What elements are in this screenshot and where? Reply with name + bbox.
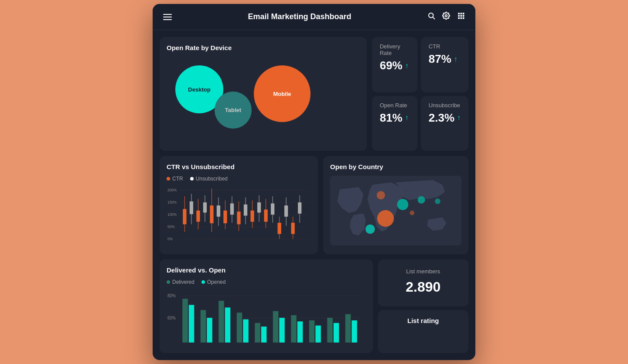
svg-rect-4 xyxy=(461,13,462,14)
svg-rect-80 xyxy=(273,311,278,343)
ctr-value: 87% ↑ xyxy=(429,52,461,66)
svg-rect-71 xyxy=(189,305,194,342)
unsubscribe-arrow: ↑ xyxy=(457,114,461,122)
svg-rect-37 xyxy=(230,204,234,215)
ctr-chart-card: CTR vs Unsubscribed CTR Unsubscribed 200… xyxy=(160,156,318,254)
settings-icon[interactable] xyxy=(442,12,450,22)
row2: CTR vs Unsubscribed CTR Unsubscribed 200… xyxy=(160,156,468,254)
unsub-legend-item: Unsubscribed xyxy=(190,176,228,182)
svg-rect-89 xyxy=(352,320,357,343)
svg-rect-33 xyxy=(217,205,220,217)
ctr-label: CTR xyxy=(429,43,461,50)
bubble-chart: Desktop Tablet Mobile xyxy=(167,57,360,144)
delivered-label: Delivered xyxy=(172,279,195,285)
svg-rect-43 xyxy=(250,211,254,222)
row3: Delivered vs. Open Delivered Opened 80% xyxy=(160,259,468,353)
open-rate-card: Open Rate by Device Desktop Tablet Mobil… xyxy=(160,37,367,151)
svg-point-65 xyxy=(410,211,415,215)
bar-chart-svg: 80% 60% xyxy=(167,289,366,346)
svg-rect-29 xyxy=(203,202,207,212)
svg-rect-77 xyxy=(243,320,248,343)
svg-rect-39 xyxy=(237,211,240,224)
list-rating-card: List rating xyxy=(378,310,469,354)
open-rate-stat-card: Open Rate 81% ↑ xyxy=(372,96,417,151)
grid-icon[interactable] xyxy=(457,12,465,22)
svg-text:100%: 100% xyxy=(167,212,177,217)
svg-rect-41 xyxy=(244,204,247,216)
candlestick-chart: 200% 150% 100% 50% 0% xyxy=(167,186,311,247)
svg-rect-8 xyxy=(463,15,464,17)
delivered-legend: Delivered Opened xyxy=(167,279,366,285)
svg-text:200%: 200% xyxy=(167,187,177,192)
unsubscribe-card: Unsubscribe 2.3% ↑ xyxy=(421,96,468,151)
svg-rect-7 xyxy=(461,15,462,17)
svg-rect-78 xyxy=(255,323,260,343)
svg-text:0%: 0% xyxy=(167,236,173,241)
list-members-card: List members 2.890 xyxy=(378,259,469,306)
svg-rect-84 xyxy=(309,320,314,343)
svg-rect-5 xyxy=(463,13,464,14)
svg-point-59 xyxy=(377,210,394,227)
map-container xyxy=(330,176,461,245)
row1: Open Rate by Device Desktop Tablet Mobil… xyxy=(160,37,468,151)
search-icon[interactable] xyxy=(427,12,435,22)
delivered-legend-dot xyxy=(167,280,170,284)
svg-point-62 xyxy=(377,191,385,199)
tablet-bubble: Tablet xyxy=(215,92,252,129)
header-title: Email Marketing Dashboard xyxy=(172,12,427,21)
open-rate-value: 81% ↑ xyxy=(380,111,410,125)
svg-point-61 xyxy=(418,196,425,204)
svg-point-63 xyxy=(365,225,375,234)
svg-point-60 xyxy=(397,199,409,210)
country-title: Open by Country xyxy=(330,163,461,170)
list-rating-label: List rating xyxy=(384,317,463,324)
list-stats: List members 2.890 List rating xyxy=(378,259,469,353)
unsub-legend-label: Unsubscribed xyxy=(196,176,228,182)
svg-point-2 xyxy=(445,15,447,17)
delivery-rate-label: Delivery Rate xyxy=(380,43,410,56)
svg-rect-57 xyxy=(298,202,301,214)
dashboard-container: Email Marketing Dashboard xyxy=(153,4,475,360)
unsubscribe-value: 2.3% ↑ xyxy=(429,111,461,125)
delivered-title: Delivered vs. Open xyxy=(167,266,366,274)
map-svg xyxy=(330,176,461,245)
svg-rect-51 xyxy=(277,223,281,234)
delivery-rate-card: Delivery Rate 69% ↑ xyxy=(372,37,417,92)
svg-text:150%: 150% xyxy=(167,200,177,204)
svg-rect-9 xyxy=(458,17,460,19)
svg-rect-79 xyxy=(261,327,266,343)
svg-rect-11 xyxy=(463,17,464,19)
svg-rect-27 xyxy=(196,211,200,222)
svg-rect-74 xyxy=(218,301,224,343)
svg-rect-3 xyxy=(458,13,460,14)
svg-line-1 xyxy=(433,17,434,19)
menu-icon[interactable] xyxy=(163,14,172,20)
stats-grid: Delivery Rate 69% ↑ CTR 87% ↑ xyxy=(372,37,468,151)
svg-rect-75 xyxy=(225,307,230,342)
open-rate-title: Open Rate by Device xyxy=(167,44,360,51)
open-rate-arrow: ↑ xyxy=(405,114,409,122)
stats-right: Delivery Rate 69% ↑ CTR 87% ↑ xyxy=(372,37,468,151)
ctr-arrow: ↑ xyxy=(454,55,457,63)
svg-rect-31 xyxy=(210,205,213,223)
svg-rect-70 xyxy=(182,299,188,342)
svg-rect-35 xyxy=(223,211,227,223)
svg-rect-72 xyxy=(201,310,206,342)
unsubscribe-label: Unsubscribe xyxy=(429,102,461,109)
svg-rect-82 xyxy=(291,315,296,343)
ctr-legend: CTR Unsubscribed xyxy=(167,176,311,182)
delivered-card: Delivered vs. Open Delivered Opened 80% xyxy=(160,259,373,353)
delivery-rate-value: 69% ↑ xyxy=(380,59,410,72)
ctr-legend-label: CTR xyxy=(172,176,183,182)
svg-text:50%: 50% xyxy=(167,224,175,229)
svg-rect-53 xyxy=(284,205,288,217)
svg-point-64 xyxy=(435,198,440,204)
candlestick-svg: 200% 150% 100% 50% 0% xyxy=(167,186,311,247)
country-card: Open by Country xyxy=(323,156,468,254)
opened-legend-dot xyxy=(201,280,205,284)
svg-rect-55 xyxy=(291,223,295,234)
svg-rect-81 xyxy=(279,318,284,343)
unsub-legend-dot xyxy=(190,177,194,180)
svg-rect-83 xyxy=(297,321,303,342)
ctr-legend-dot xyxy=(167,177,170,180)
